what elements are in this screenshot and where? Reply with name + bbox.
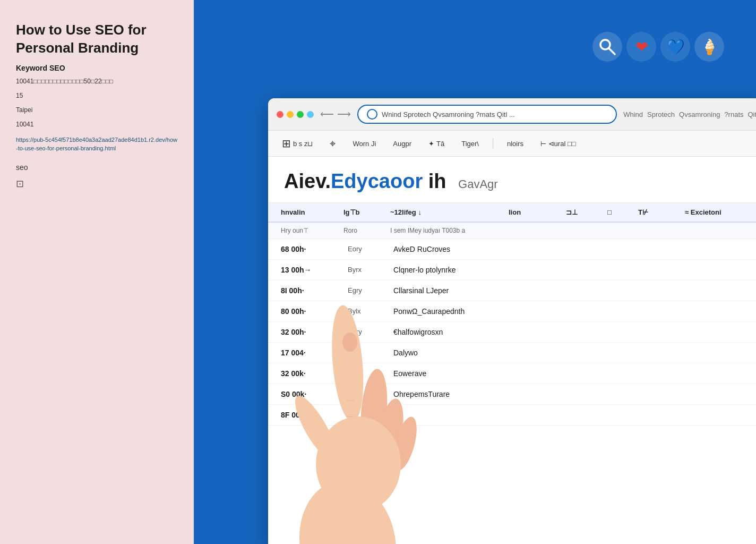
browser-chrome: ⟵ ⟶ Wnind Sprotech Qvsamroning ?rnats Qi… [268,98,756,131]
toolbar-item-nloirs[interactable]: nloirs [504,138,527,150]
row-country: Nilly [348,390,385,398]
row-country: Rylx [348,348,385,356]
row-country: Eory [348,245,385,253]
page-title: How to Use SEO for Personal Branding [16,21,178,57]
table-row[interactable]: 8I 00h· Egry Cllarsinal LJeper [268,280,756,301]
page-url[interactable]: https://pub-5c454f571b8e40a3a2aad27ade84… [16,136,178,152]
subheader-2: Roro [343,227,386,234]
heading-part1: Aiev. [284,170,331,192]
heading-part3: ih [428,170,446,192]
toolbar-item-target[interactable]: ⌖ [327,135,339,152]
row-keyword: PonwΩ_Caurapednth [393,307,754,316]
action-whind[interactable]: Whind [623,110,643,118]
table-header: hnvalin lg⊤b ~12lifeg ↓ lion ⊐⊥ □ T⊬ ≈ E… [268,203,756,223]
copy-icon[interactable]: ⊡ [16,178,178,190]
col-hnvalin[interactable]: hnvalin [281,208,339,216]
meta-line2: 15 [16,91,178,101]
back-icon[interactable]: ⟵ [320,108,334,120]
icon-heart: ❤ [626,32,656,62]
meta-line3: Taipei [16,105,178,115]
browser-actions: Whind Sprotech Qvsamroning ?rnats Qitl [623,110,756,118]
row-keyword: OhrepemsTurare [393,390,754,398]
content-area: Aiev.Edycaoor ih GavAgr hnvalin lg⊤b ~12… [268,157,756,544]
table-row[interactable]: 17 004· Rylx Dalywo [268,343,756,363]
toolbar-item-grid[interactable]: ⊞ b s z⊔ [279,135,316,152]
table-rows: 68 00h· Eory AvkeD RuCroves 13 00h→ Byrx… [268,239,756,426]
row-country: Bory [348,369,385,377]
toolbar-item-worndi[interactable]: Worn Ji [349,138,379,150]
row-keyword: Clqner-lo ptolynrke [393,266,754,274]
toolbar-label-ta: Tā [436,140,444,148]
col-excieton[interactable]: ≈ Excietoni [685,208,754,216]
minimize-button[interactable] [287,111,294,118]
toolbar-label-nloirs: nloirs [507,140,523,148]
action-sprotech[interactable]: Sprotech [647,110,675,118]
extra-button[interactable] [307,111,314,118]
address-bar[interactable]: Wnind Sprotech Qvsamroning ?rnats Qitl .… [357,105,617,124]
row-keyword: AvkeD RuCroves [393,245,754,253]
target-icon: ⌖ [330,138,336,150]
row-volume: 32 00h· [281,328,339,336]
icon-heart-blue: 💙 [660,32,690,62]
toolbar-label-tiger: Tiger\ [461,140,479,148]
table-row[interactable]: 32 00k· Bory Eowerave [268,363,756,384]
top-icons-row: ❤ 💙 🍦 [592,32,724,62]
icon-treat: 🍦 [694,32,724,62]
toolbar-label-ural: ⊢ ⊲ural □□ [540,140,576,148]
row-keyword: Eowerave [393,369,754,378]
row-country: Bylx [348,307,385,315]
col-tk[interactable]: T⊬ [638,208,681,216]
star-icon: ✦ [428,140,434,148]
loading-indicator [367,109,377,120]
toolbar-item-augpr[interactable]: Augpr [390,138,415,150]
row-volume: 8I 00h· [281,286,339,295]
table-row[interactable]: 68 00h· Eory AvkeD RuCroves [268,239,756,260]
nav-controls: ⟵ ⟶ [320,108,351,120]
svg-line-1 [609,48,615,54]
meta-line1: 10041□□□□□□□□□□□□□50□22□□□ [16,76,178,87]
action-qvsamroning[interactable]: Qvsamroning [679,110,720,118]
col-icon1[interactable]: ⊐⊥ [566,208,603,216]
keyword-label: Keyword SEO [16,64,178,72]
table-row[interactable]: 8F 00h· [268,405,756,426]
table-row[interactable]: S0 00k· Nilly OhrepemsTurare [268,384,756,405]
row-country: Bury [348,328,385,336]
col-lion[interactable]: lion [509,208,562,216]
toolbar-item-ural[interactable]: ⊢ ⊲ural □□ [537,138,579,150]
heading-sub: GavAgr [458,177,498,191]
grid-icon: ⊞ [282,137,291,150]
row-volume: 32 00k· [281,369,339,378]
toolbar-item-tiger[interactable]: Tiger\ [458,138,482,150]
heading-part2: Edycaoor [331,170,423,192]
action-qitl[interactable]: Qitl [748,110,757,118]
row-volume: 68 00h· [281,245,339,253]
col-12lifeg[interactable]: ~12lifeg ↓ [390,208,504,216]
table-row[interactable]: 80 00h· Bylx PonwΩ_Caurapednth [268,301,756,322]
page-heading: Aiev.Edycaoor ih GavAgr [268,157,756,203]
maximize-button[interactable] [297,111,304,118]
toolbar-item-ta[interactable]: ✦ Tā [425,138,448,150]
table-row[interactable]: 32 00h· Bury €halfowigrosxn [268,322,756,343]
row-country: Egry [348,286,385,294]
row-keyword: Cllarsinal LJeper [393,286,754,295]
row-volume: S0 00k· [281,390,339,398]
row-country: Byrx [348,266,385,274]
meta-line4: 10041 [16,120,178,130]
subheader-1: Hry oun⊤ [281,227,339,234]
close-button[interactable] [277,111,284,118]
browser-window: ⟵ ⟶ Wnind Sprotech Qvsamroning ?rnats Qi… [268,98,756,544]
seo-tag: seo [16,163,178,172]
row-keyword: Dalywo [393,348,754,357]
row-volume: 80 00h· [281,307,339,316]
icon-search [592,32,622,62]
col-lgtb[interactable]: lg⊤b [343,208,386,216]
forward-icon[interactable]: ⟶ [337,108,351,120]
table-row[interactable]: 13 00h→ Byrx Clqner-lo ptolynrke [268,260,756,280]
action-rnats[interactable]: ?rnats [724,110,743,118]
left-panel: How to Use SEO for Personal Branding Key… [0,0,194,544]
table-subheader: Hry oun⊤ Roro I sem IMey iudyaı T003b a [268,223,756,239]
subheader-3: I sem IMey iudyaı T003b a [390,227,754,234]
toolbar-row: ⊞ b s z⊔ ⌖ Worn Ji Augpr ✦ Tā Tiger\ nlo… [268,131,756,157]
address-text: Wnind Sprotech Qvsamroning ?rnats Qitl .… [382,110,515,118]
row-volume: 17 004· [281,348,339,357]
